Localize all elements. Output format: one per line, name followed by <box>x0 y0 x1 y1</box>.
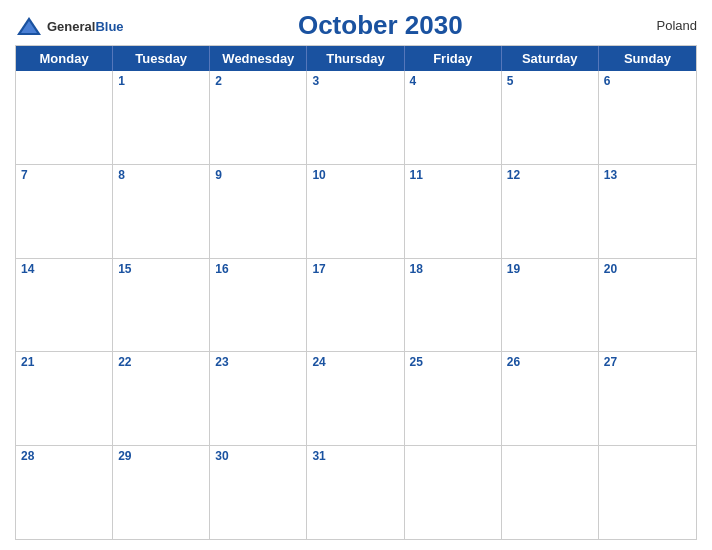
calendar: Monday Tuesday Wednesday Thursday Friday… <box>15 45 697 540</box>
day-number: 20 <box>604 262 691 276</box>
calendar-cell-w5d5 <box>405 446 502 539</box>
day-wednesday: Wednesday <box>210 46 307 71</box>
calendar-cell-w3d3: 16 <box>210 259 307 352</box>
calendar-header: Monday Tuesday Wednesday Thursday Friday… <box>16 46 696 71</box>
calendar-cell-w4d3: 23 <box>210 352 307 445</box>
calendar-cell-w2d7: 13 <box>599 165 696 258</box>
calendar-body: 1234567891011121314151617181920212223242… <box>16 71 696 539</box>
day-number: 18 <box>410 262 496 276</box>
calendar-cell-w4d2: 22 <box>113 352 210 445</box>
calendar-cell-w1d1 <box>16 71 113 164</box>
country-label: Poland <box>637 18 697 33</box>
logo-text: GeneralBlue <box>47 17 124 35</box>
day-number: 25 <box>410 355 496 369</box>
day-number: 10 <box>312 168 398 182</box>
calendar-cell-w5d1: 28 <box>16 446 113 539</box>
calendar-cell-w1d4: 3 <box>307 71 404 164</box>
calendar-cell-w2d2: 8 <box>113 165 210 258</box>
day-number: 27 <box>604 355 691 369</box>
day-number: 19 <box>507 262 593 276</box>
day-number: 29 <box>118 449 204 463</box>
calendar-cell-w5d4: 31 <box>307 446 404 539</box>
day-number: 31 <box>312 449 398 463</box>
calendar-week-4: 21222324252627 <box>16 352 696 446</box>
calendar-cell-w3d4: 17 <box>307 259 404 352</box>
logo-blue: Blue <box>95 19 123 34</box>
day-number: 30 <box>215 449 301 463</box>
calendar-cell-w5d6 <box>502 446 599 539</box>
day-number: 13 <box>604 168 691 182</box>
calendar-week-2: 78910111213 <box>16 165 696 259</box>
calendar-cell-w5d7 <box>599 446 696 539</box>
day-number: 16 <box>215 262 301 276</box>
day-friday: Friday <box>405 46 502 71</box>
calendar-cell-w2d6: 12 <box>502 165 599 258</box>
logo: GeneralBlue <box>15 15 124 37</box>
calendar-cell-w4d1: 21 <box>16 352 113 445</box>
day-number: 9 <box>215 168 301 182</box>
calendar-cell-w1d2: 1 <box>113 71 210 164</box>
calendar-cell-w5d2: 29 <box>113 446 210 539</box>
calendar-cell-w4d5: 25 <box>405 352 502 445</box>
day-number: 1 <box>118 74 204 88</box>
calendar-week-3: 14151617181920 <box>16 259 696 353</box>
day-number: 17 <box>312 262 398 276</box>
day-number: 14 <box>21 262 107 276</box>
calendar-cell-w1d3: 2 <box>210 71 307 164</box>
day-sunday: Sunday <box>599 46 696 71</box>
day-saturday: Saturday <box>502 46 599 71</box>
calendar-title: October 2030 <box>124 10 637 41</box>
calendar-week-5: 28293031 <box>16 446 696 539</box>
calendar-cell-w1d6: 5 <box>502 71 599 164</box>
day-number: 15 <box>118 262 204 276</box>
calendar-cell-w3d5: 18 <box>405 259 502 352</box>
calendar-cell-w2d3: 9 <box>210 165 307 258</box>
calendar-cell-w2d1: 7 <box>16 165 113 258</box>
day-number: 7 <box>21 168 107 182</box>
day-number: 26 <box>507 355 593 369</box>
calendar-cell-w1d5: 4 <box>405 71 502 164</box>
day-number: 4 <box>410 74 496 88</box>
calendar-cell-w3d7: 20 <box>599 259 696 352</box>
day-number: 23 <box>215 355 301 369</box>
day-thursday: Thursday <box>307 46 404 71</box>
day-number: 6 <box>604 74 691 88</box>
calendar-cell-w4d6: 26 <box>502 352 599 445</box>
calendar-cell-w2d5: 11 <box>405 165 502 258</box>
day-tuesday: Tuesday <box>113 46 210 71</box>
calendar-cell-w3d2: 15 <box>113 259 210 352</box>
day-number: 21 <box>21 355 107 369</box>
calendar-cell-w4d7: 27 <box>599 352 696 445</box>
logo-general: General <box>47 19 95 34</box>
logo-icon <box>15 15 43 37</box>
calendar-cell-w3d6: 19 <box>502 259 599 352</box>
day-monday: Monday <box>16 46 113 71</box>
day-number: 12 <box>507 168 593 182</box>
day-number: 28 <box>21 449 107 463</box>
day-number: 24 <box>312 355 398 369</box>
calendar-cell-w1d7: 6 <box>599 71 696 164</box>
day-number: 3 <box>312 74 398 88</box>
calendar-cell-w3d1: 14 <box>16 259 113 352</box>
calendar-cell-w4d4: 24 <box>307 352 404 445</box>
day-number: 22 <box>118 355 204 369</box>
calendar-week-1: 123456 <box>16 71 696 165</box>
day-number: 8 <box>118 168 204 182</box>
day-number: 2 <box>215 74 301 88</box>
page-header: GeneralBlue October 2030 Poland <box>15 10 697 41</box>
day-number: 11 <box>410 168 496 182</box>
calendar-cell-w2d4: 10 <box>307 165 404 258</box>
calendar-cell-w5d3: 30 <box>210 446 307 539</box>
day-number: 5 <box>507 74 593 88</box>
